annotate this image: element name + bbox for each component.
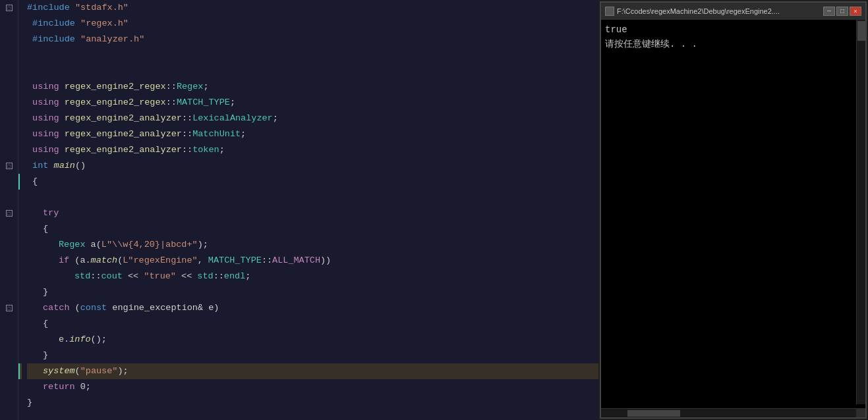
token: , xyxy=(198,253,208,269)
code-line-2: #include "regex.h" xyxy=(27,16,598,32)
token: #include xyxy=(27,0,70,16)
token xyxy=(48,158,53,174)
line-num-10 xyxy=(0,142,18,158)
line-num-26 xyxy=(0,395,18,411)
token: ); xyxy=(198,237,208,253)
minimize-button[interactable]: ─ xyxy=(823,7,835,16)
code-line-15: { xyxy=(27,221,598,237)
line-num-23 xyxy=(0,348,18,363)
token: regex_engine2_analyzer xyxy=(65,142,182,158)
terminal-scrollbar-horizontal[interactable] xyxy=(601,408,856,417)
token: L"\\w{4,20}|abcd+" xyxy=(101,237,198,253)
token: LexicalAnalyzer xyxy=(192,111,273,126)
line-num-3 xyxy=(0,32,18,47)
code-line-16: Regex a( L"\\w{4,20}|abcd+" ); xyxy=(27,237,598,253)
token: () xyxy=(75,158,86,174)
line-num-2 xyxy=(0,16,18,32)
token xyxy=(27,95,32,111)
token xyxy=(27,32,32,47)
line-num-21 xyxy=(0,316,18,332)
code-line-9: using regex_engine2_analyzer :: MatchUni… xyxy=(27,126,598,142)
line-num-7 xyxy=(0,95,18,111)
token: { xyxy=(27,174,38,190)
code-line-22: e. info (); xyxy=(27,332,598,348)
token: int xyxy=(32,158,48,174)
token: endl xyxy=(224,269,245,284)
code-line-10: using regex_engine2_analyzer :: token ; xyxy=(27,142,598,158)
code-line-21: { xyxy=(27,316,598,332)
token: regex_engine2_regex xyxy=(65,79,166,95)
token: ; xyxy=(230,95,235,111)
token xyxy=(27,16,32,32)
token: :: xyxy=(166,95,177,111)
line-num-18 xyxy=(0,269,18,284)
token xyxy=(27,158,32,174)
token: using xyxy=(32,142,59,158)
line-num-4 xyxy=(0,47,18,63)
scrollbar-corner xyxy=(856,408,865,417)
terminal-scrollbar-vertical[interactable] xyxy=(856,20,865,404)
token xyxy=(75,16,80,32)
token: ( xyxy=(117,253,123,269)
terminal-output-line-1: true xyxy=(605,22,861,37)
token xyxy=(59,95,65,111)
token xyxy=(59,142,65,158)
token: MATCH_TYPE xyxy=(177,95,230,111)
expand-14[interactable]: □ xyxy=(0,205,18,221)
code-line-26: } xyxy=(27,395,598,411)
token: { xyxy=(43,316,48,332)
token xyxy=(75,32,80,47)
token xyxy=(27,111,32,126)
line-num-5 xyxy=(0,63,18,79)
code-line-11: int main () xyxy=(27,158,598,174)
token xyxy=(27,79,32,95)
token: using xyxy=(32,95,59,111)
token: main xyxy=(54,158,75,174)
close-button[interactable]: ✕ xyxy=(850,7,861,16)
maximize-button[interactable]: □ xyxy=(836,7,848,16)
code-line-13 xyxy=(27,190,598,205)
token: MATCH_TYPE xyxy=(208,253,262,269)
token: Regex xyxy=(59,237,86,253)
token: catch xyxy=(43,300,70,316)
line-num-22 xyxy=(0,332,18,348)
token: regex_engine2_regex xyxy=(65,95,166,111)
token: e. xyxy=(59,332,69,348)
token: (); xyxy=(91,332,107,348)
line-num-13 xyxy=(0,190,18,205)
token: if xyxy=(59,253,69,269)
token: ; xyxy=(219,142,225,158)
token: ); xyxy=(117,363,128,379)
scrollbar-thumb-horizontal[interactable] xyxy=(627,410,680,417)
token: "analyzer.h" xyxy=(80,32,144,47)
token: #include xyxy=(32,32,75,47)
token: MatchUnit xyxy=(192,126,241,142)
token: :: xyxy=(166,79,177,95)
scrollbar-thumb-vertical[interactable] xyxy=(857,21,865,41)
token: system xyxy=(43,363,75,379)
token: :: xyxy=(262,253,272,269)
expand-20[interactable]: □ xyxy=(0,300,18,316)
token: Regex xyxy=(177,79,204,95)
token: #include xyxy=(32,16,75,32)
line-num-9 xyxy=(0,126,18,142)
token: std xyxy=(74,269,90,284)
expand-1[interactable]: □ xyxy=(0,0,18,16)
token: "true" xyxy=(144,269,176,284)
token: ; xyxy=(241,126,246,142)
code-line-14: try xyxy=(27,205,598,221)
code-line-19: } xyxy=(27,284,598,300)
token xyxy=(27,142,32,158)
token: regex_engine2_analyzer xyxy=(65,111,182,126)
line-num-6 xyxy=(0,79,18,95)
token: ; xyxy=(245,269,250,284)
token: match xyxy=(91,253,118,269)
token: engine_exception& e) xyxy=(107,300,219,316)
token: ALL_MATCH xyxy=(272,253,320,269)
terminal-title: F:\Ccodes\regexMachine2\Debug\regexEngin… xyxy=(617,7,821,15)
token: :: xyxy=(214,269,224,284)
token: :: xyxy=(182,126,192,142)
token: :: xyxy=(90,269,101,284)
expand-11[interactable]: □ xyxy=(0,158,18,174)
token: using xyxy=(32,79,59,95)
